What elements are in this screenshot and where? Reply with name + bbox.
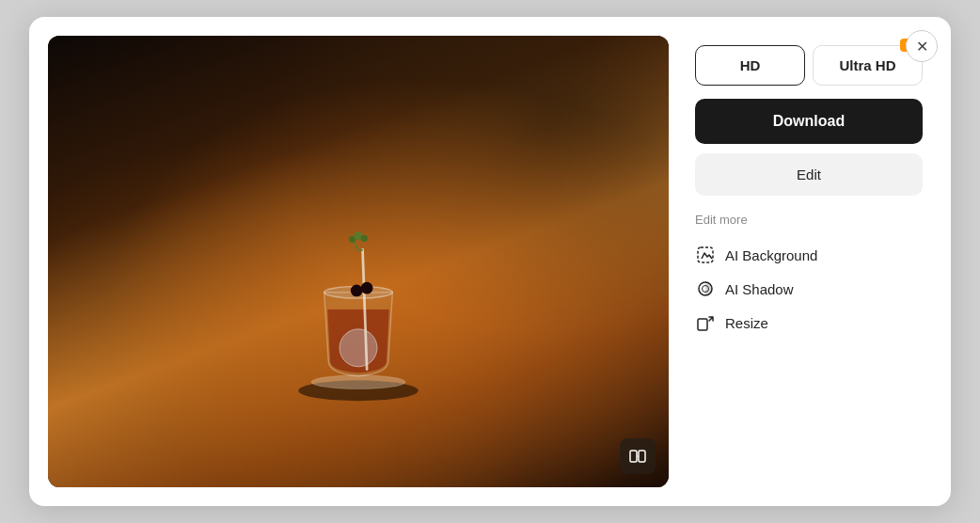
close-icon: ✕ <box>916 38 928 55</box>
svg-point-9 <box>361 282 373 294</box>
hd-button[interactable]: HD <box>695 45 805 86</box>
svg-point-1 <box>311 375 405 389</box>
svg-rect-10 <box>630 451 637 462</box>
ai-background-option[interactable]: AI Background <box>695 238 923 272</box>
ai-background-label: AI Background <box>725 247 817 263</box>
modal-container: ✕ <box>29 17 951 506</box>
compare-button[interactable] <box>620 438 656 474</box>
svg-rect-11 <box>639 451 645 462</box>
download-button[interactable]: Download <box>695 99 923 144</box>
svg-rect-16 <box>698 319 707 330</box>
svg-point-7 <box>361 235 368 242</box>
ai-background-icon <box>695 245 716 265</box>
uhd-label: Ultra HD <box>839 57 895 73</box>
ai-shadow-option[interactable]: AI Shadow <box>695 272 923 306</box>
right-panel: HD Ultra HD Pro Download Edit Edit more … <box>695 36 932 487</box>
ai-shadow-label: AI Shadow <box>725 281 794 297</box>
edit-button[interactable]: Edit <box>695 153 923 196</box>
quality-selector: HD Ultra HD Pro <box>695 45 923 86</box>
svg-point-8 <box>351 285 363 297</box>
resize-label: Resize <box>725 315 768 331</box>
edit-more-label: Edit more <box>695 213 923 227</box>
image-preview <box>48 36 669 487</box>
close-button[interactable]: ✕ <box>906 30 938 62</box>
compare-icon <box>628 447 647 466</box>
resize-icon <box>695 312 716 333</box>
cocktail-image <box>274 224 443 412</box>
svg-point-2 <box>340 329 377 367</box>
ai-shadow-icon <box>695 278 716 299</box>
resize-option[interactable]: Resize <box>695 306 923 340</box>
